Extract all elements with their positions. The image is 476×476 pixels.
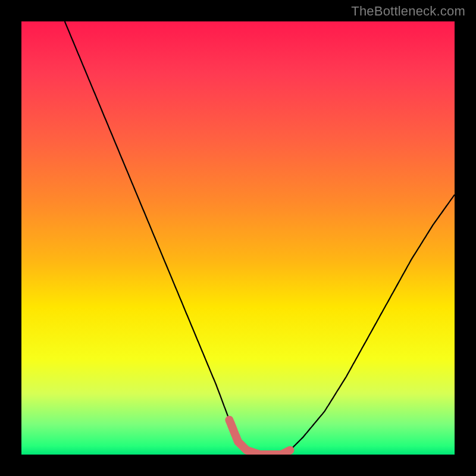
chart-frame: TheBottleneck.com <box>0 0 476 476</box>
bottleneck-curve-line <box>65 21 455 455</box>
bottleneck-curve-highlight <box>229 420 290 455</box>
watermark-text: TheBottleneck.com <box>351 4 465 19</box>
chart-svg <box>21 21 455 455</box>
chart-plot-area <box>21 21 455 455</box>
